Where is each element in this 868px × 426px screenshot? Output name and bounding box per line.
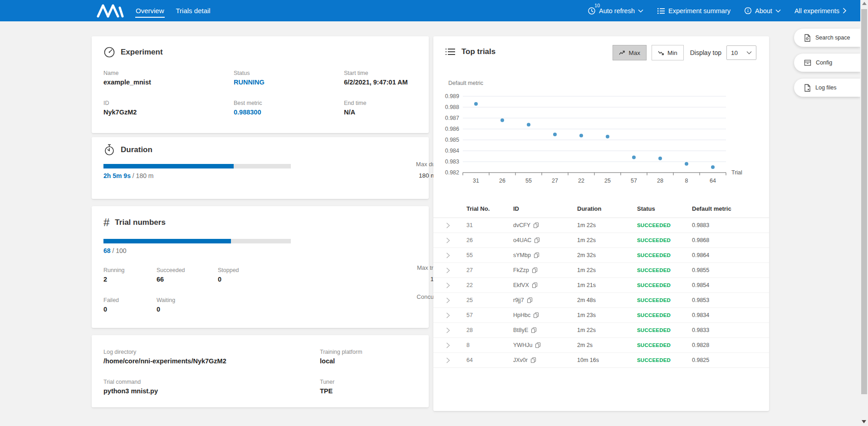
expand-row-icon[interactable] <box>446 327 450 333</box>
cell-default-metric: 0.9828 <box>692 342 769 348</box>
all-experiments-link[interactable]: All experiments <box>794 7 846 15</box>
copy-icon[interactable] <box>534 237 540 243</box>
copy-icon[interactable] <box>533 312 539 318</box>
scrollbar-thumb[interactable] <box>861 9 867 394</box>
search-space-label: Search space <box>815 35 850 41</box>
list-icon <box>657 7 665 15</box>
about-menu[interactable]: About <box>744 7 781 15</box>
start-time-value: 6/2/2021, 9:47:01 AM <box>344 79 408 86</box>
status-value: RUNNING <box>234 79 265 86</box>
config-icon <box>804 59 811 66</box>
chart-point[interactable] <box>606 135 609 139</box>
expand-row-icon[interactable] <box>446 342 450 348</box>
log-directory-label: Log directory <box>103 349 226 355</box>
trials-table-body: 31dvCFY1m 22sSUCCEEDED0.988326o4UAC1m 22… <box>433 218 769 368</box>
cell-trial-no: 8 <box>466 342 513 348</box>
copy-icon[interactable] <box>531 327 537 333</box>
expand-row-icon[interactable] <box>446 282 450 288</box>
expand-row-icon[interactable] <box>446 267 450 273</box>
expand-row-icon[interactable] <box>446 238 450 243</box>
svg-text:0.989: 0.989 <box>445 93 459 99</box>
vertical-scrollbar <box>860 0 868 426</box>
end-time-value: N/A <box>344 109 366 116</box>
expand-row-icon[interactable] <box>446 223 450 228</box>
expand-row-icon[interactable] <box>446 357 450 363</box>
nni-logo-icon <box>96 4 124 18</box>
about-label: About <box>755 7 772 15</box>
max-button[interactable]: Max <box>613 45 647 60</box>
cell-duration: 2m 2s <box>577 342 637 348</box>
config-button[interactable]: Config <box>794 54 860 72</box>
waiting-count: 0 <box>157 306 175 313</box>
svg-text:28: 28 <box>657 178 663 184</box>
log-files-button[interactable]: Log files <box>794 79 860 97</box>
chart-point[interactable] <box>711 165 715 169</box>
name-label: Name <box>103 70 151 76</box>
search-space-button[interactable]: Search space <box>794 29 860 47</box>
experiment-id-value: Nyk7GzM2 <box>103 109 137 116</box>
copy-icon[interactable] <box>532 282 538 288</box>
svg-text:26: 26 <box>499 178 505 184</box>
max-button-label: Max <box>628 50 640 56</box>
svg-text:0.987: 0.987 <box>445 115 459 121</box>
list-icon <box>445 47 456 56</box>
trial-command-label: Trial command <box>103 379 158 385</box>
cell-trial-id: r9jj7 <box>513 297 577 303</box>
training-platform-label: Training platform <box>320 349 362 355</box>
svg-text:0.988: 0.988 <box>445 104 459 110</box>
experiment-summary-button[interactable]: Experiment summary <box>657 7 731 15</box>
auto-refresh-control[interactable]: 10 Auto refresh <box>588 7 643 15</box>
top-trials-chart[interactable]: 0.9890.9880.9870.9860.9850.9840.9830.982… <box>445 75 762 188</box>
svg-text:0.986: 0.986 <box>445 126 459 132</box>
tuner-label: Tuner <box>320 379 334 385</box>
cell-default-metric: 0.9855 <box>692 267 769 273</box>
succeeded-label: Succeeded <box>157 267 185 273</box>
cell-trial-id: HpHbc <box>513 312 577 318</box>
cell-default-metric: 0.9853 <box>692 297 769 303</box>
copy-icon[interactable] <box>533 222 539 228</box>
cell-duration: 10m 16s <box>577 357 637 363</box>
running-count: 2 <box>103 276 125 283</box>
chart-point[interactable] <box>632 155 636 159</box>
chart-point[interactable] <box>474 102 478 106</box>
copy-icon[interactable] <box>527 297 533 303</box>
chart-point[interactable] <box>658 157 662 160</box>
scroll-up-arrow-icon[interactable] <box>862 2 867 5</box>
cell-trial-id: YWHJu <box>513 342 577 348</box>
table-row: 31dvCFY1m 22sSUCCEEDED0.9883 <box>433 218 769 233</box>
col-id: ID <box>513 205 577 212</box>
svg-text:0.983: 0.983 <box>445 159 459 165</box>
hash-icon: # <box>103 217 109 228</box>
cell-duration: 2m 32s <box>577 252 637 258</box>
cell-default-metric: 0.9854 <box>692 282 769 288</box>
cell-status: SUCCEEDED <box>637 267 692 273</box>
cell-duration: 1m 22s <box>577 237 637 243</box>
tab-trials-detail[interactable]: Trials detail <box>176 5 211 16</box>
cell-trial-no: 31 <box>466 222 513 228</box>
svg-text:Trial: Trial <box>731 169 742 176</box>
cell-duration: 1m 22s <box>577 222 637 228</box>
min-button[interactable]: Min <box>652 45 684 60</box>
expand-row-icon[interactable] <box>446 312 450 318</box>
expand-row-icon[interactable] <box>446 297 450 303</box>
experiment-panel: Experiment Name example_mnist Status RUN… <box>92 36 429 133</box>
chart-point[interactable] <box>685 162 688 166</box>
cell-duration: 1m 22s <box>577 267 637 273</box>
copy-icon[interactable] <box>535 342 541 348</box>
copy-icon[interactable] <box>530 357 536 363</box>
id-label: ID <box>103 100 137 106</box>
chart-point[interactable] <box>500 119 504 122</box>
trials-current: 68 <box>103 247 111 254</box>
experiment-info-panel: Log directory /home/core/nni-experiments… <box>92 335 429 407</box>
expand-row-icon[interactable] <box>446 253 450 258</box>
log-directory-value: /home/core/nni-experiments/Nyk7GzM2 <box>103 357 226 365</box>
copy-icon[interactable] <box>534 252 539 258</box>
chart-point[interactable] <box>579 134 583 137</box>
tab-overview[interactable]: Overview <box>135 5 165 16</box>
display-top-select[interactable]: 10 <box>726 45 756 60</box>
succeeded-count: 66 <box>157 276 185 283</box>
chart-point[interactable] <box>553 133 557 136</box>
copy-icon[interactable] <box>532 267 538 273</box>
scroll-down-arrow-icon[interactable] <box>862 420 866 423</box>
chart-point[interactable] <box>527 123 530 126</box>
